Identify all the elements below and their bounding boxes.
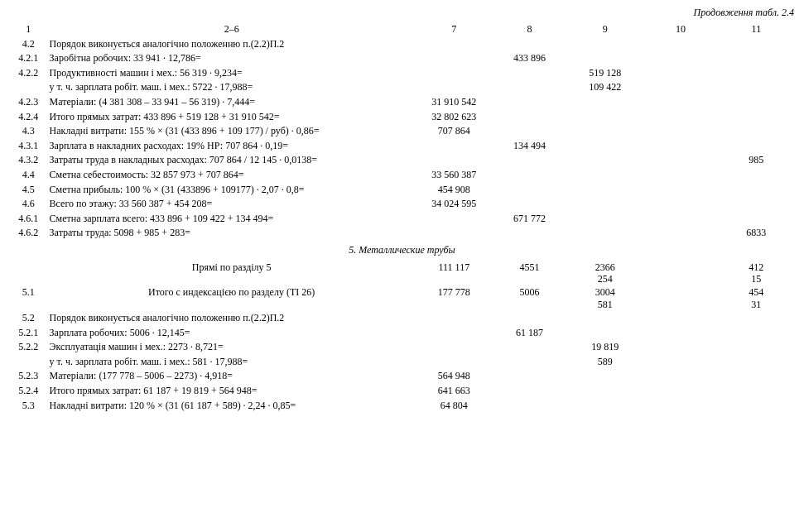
cost-table: 1 2–6 7 8 9 10 11 4.2Порядок виконується… xyxy=(10,22,794,413)
cell-c10 xyxy=(643,66,718,81)
continuation-label: Продовження табл. 2.4 xyxy=(10,7,794,22)
cell-c7: 111 117 xyxy=(416,261,492,286)
section-5-title: 5. Металлические трубы xyxy=(10,241,794,261)
cell-c10 xyxy=(643,95,718,110)
cell-c9 xyxy=(567,168,643,183)
cell-c8: 433 896 xyxy=(492,51,567,66)
cell-c10 xyxy=(643,183,718,198)
col-8: 8 xyxy=(492,22,567,37)
table-row: 5.2.4Итого прямых затрат: 61 187 + 19 81… xyxy=(10,384,794,399)
table-row: 4.6Всего по этажу: 33 560 387 + 454 208=… xyxy=(10,197,794,212)
cell-c1: 4.3 xyxy=(10,124,47,139)
cell-c11: 45431 xyxy=(719,285,794,311)
table-row: 5.2Порядок виконується аналогічно положе… xyxy=(10,311,794,326)
cell-c2: Итого прямых затрат: 433 896 + 519 128 +… xyxy=(47,110,416,125)
table-row: 4.5Сметна прибыль: 100 % × (31 (433896 +… xyxy=(10,183,794,198)
cell-c1: 5.1 xyxy=(10,285,47,311)
cell-c9: 519 128 xyxy=(567,66,643,81)
cell-c9 xyxy=(567,326,643,341)
cell-c11 xyxy=(719,340,794,355)
table-row: 4.2.3Матеріали: (4 381 308 – 33 941 – 56… xyxy=(10,95,794,110)
cell-c10 xyxy=(643,355,718,370)
cell-c7: 33 560 387 xyxy=(416,168,492,183)
cell-c10 xyxy=(643,261,718,286)
cell-c8 xyxy=(492,168,567,183)
cell-c7: 641 663 xyxy=(416,384,492,399)
cell-c10 xyxy=(643,51,718,66)
cell-c2: Зарплата в накладних расходах: 19% НР: 7… xyxy=(47,139,416,154)
table-row: 4.2.4Итого прямых затрат: 433 896 + 519 … xyxy=(10,110,794,125)
cell-c1: 4.6.1 xyxy=(10,212,47,227)
cell-c11 xyxy=(719,399,794,414)
cell-c10 xyxy=(643,384,718,399)
cell-c1 xyxy=(10,80,47,95)
cell-c10 xyxy=(643,340,718,355)
cell-c11 xyxy=(719,183,794,198)
cell-c10 xyxy=(643,212,718,227)
col-1: 1 xyxy=(10,22,47,37)
cell-c9 xyxy=(567,110,643,125)
cell-c11 xyxy=(719,80,794,95)
cell-c8 xyxy=(492,369,567,384)
table-row: 5.2.2Эксплуатація машин і мех.: 2273 · 8… xyxy=(10,340,794,355)
col-2-6: 2–6 xyxy=(47,22,416,37)
cell-c8 xyxy=(492,80,567,95)
table-row: 4.6.1Сметна зарплата всего: 433 896 + 10… xyxy=(10,212,794,227)
cell-c10 xyxy=(643,168,718,183)
cell-c1: 4.5 xyxy=(10,183,47,198)
table-row: 4.2.2Продуктивності машин і мех.: 56 319… xyxy=(10,66,794,81)
cell-c7: 64 804 xyxy=(416,399,492,414)
cell-c11 xyxy=(719,168,794,183)
cell-c7 xyxy=(416,51,492,66)
cell-c7: 564 948 xyxy=(416,369,492,384)
cell-c1 xyxy=(10,261,47,286)
cell-c7: 31 910 542 xyxy=(416,95,492,110)
cell-c11 xyxy=(719,197,794,212)
cell-c11: 41215 xyxy=(719,261,794,286)
cell-c8 xyxy=(492,37,567,52)
cell-c1: 5.3 xyxy=(10,399,47,414)
cell-c8 xyxy=(492,183,567,198)
cell-c1: 5.2.4 xyxy=(10,384,47,399)
table-row: 5.2.1Зарплата робочих: 5006 · 12,145=61 … xyxy=(10,326,794,341)
cell-c8 xyxy=(492,399,567,414)
cell-c1 xyxy=(10,355,47,370)
cell-c7 xyxy=(416,226,492,241)
cell-c1: 4.3.1 xyxy=(10,139,47,154)
cell-c7: 32 802 623 xyxy=(416,110,492,125)
cell-c1: 5.2.1 xyxy=(10,326,47,341)
cell-c1: 4.6 xyxy=(10,197,47,212)
cell-c10 xyxy=(643,285,718,311)
cell-c11: 985 xyxy=(719,153,794,168)
cell-c9 xyxy=(567,212,643,227)
cell-c2: у т. ч. зарплата робіт. маш. і мех.: 581… xyxy=(47,355,416,370)
cell-c10 xyxy=(643,124,718,139)
cell-c10 xyxy=(643,37,718,52)
cell-c7 xyxy=(416,37,492,52)
cell-c2: Порядок виконується аналогічно положенню… xyxy=(47,37,416,52)
cell-c1: 4.6.2 xyxy=(10,226,47,241)
cell-c1: 4.2 xyxy=(10,37,47,52)
cell-c9: 2366254 xyxy=(567,261,643,286)
cell-c9 xyxy=(567,226,643,241)
cell-c10 xyxy=(643,326,718,341)
cell-c9 xyxy=(567,124,643,139)
cell-c11: 6833 xyxy=(719,226,794,241)
cell-c9 xyxy=(567,197,643,212)
table-row: 4.3Накладні витрати: 155 % × (31 (433 89… xyxy=(10,124,794,139)
cell-c7 xyxy=(416,212,492,227)
table-row: 5.2.3Матеріали: (177 778 – 5006 – 2273) … xyxy=(10,369,794,384)
cell-c2: Заробітна робочих: 33 941 · 12,786= xyxy=(47,51,416,66)
cell-c10 xyxy=(643,311,718,326)
cell-c8: 671 772 xyxy=(492,212,567,227)
col-7: 7 xyxy=(416,22,492,37)
cell-c7 xyxy=(416,139,492,154)
cell-c7: 454 908 xyxy=(416,183,492,198)
cell-c1: 4.4 xyxy=(10,168,47,183)
col-10: 10 xyxy=(643,22,718,37)
cell-c2: Затраты труда: 5098 + 985 + 283= xyxy=(47,226,416,241)
cell-c1: 4.2.1 xyxy=(10,51,47,66)
cell-c2: Сметна себестоимость: 32 857 973 + 707 8… xyxy=(47,168,416,183)
cell-c1: 4.2.3 xyxy=(10,95,47,110)
cell-c8: 4551 xyxy=(492,261,567,286)
